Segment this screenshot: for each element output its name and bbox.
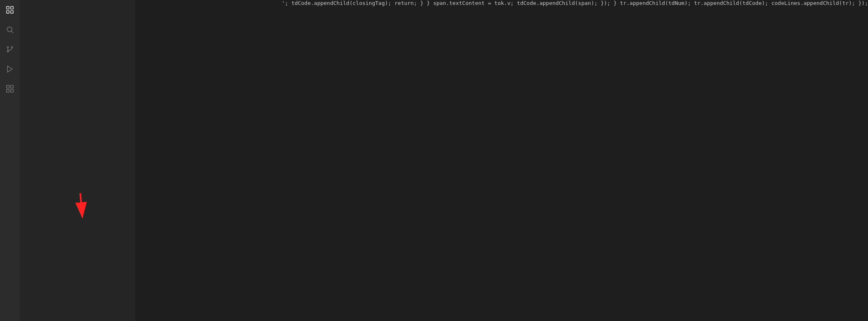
search-icon[interactable] — [3, 23, 16, 36]
svg-point-6 — [7, 46, 8, 48]
svg-rect-11 — [7, 85, 9, 88]
explorer-icon[interactable] — [3, 3, 16, 16]
activity-bar — [0, 0, 20, 321]
sidebar — [20, 0, 135, 321]
svg-point-8 — [11, 46, 12, 48]
svg-rect-1 — [11, 7, 13, 9]
git-branch-icon[interactable] — [3, 43, 16, 56]
svg-point-7 — [7, 51, 8, 52]
svg-line-5 — [12, 31, 14, 33]
svg-rect-3 — [11, 11, 13, 13]
svg-rect-2 — [7, 11, 9, 13]
extensions-icon[interactable] — [3, 82, 16, 95]
svg-point-4 — [7, 27, 12, 32]
annotation-arrows — [135, 0, 282, 321]
svg-marker-10 — [7, 66, 12, 72]
svg-rect-13 — [7, 90, 9, 92]
svg-rect-0 — [7, 7, 9, 9]
editor-area — [135, 0, 282, 321]
debug-icon[interactable] — [3, 62, 16, 76]
svg-rect-12 — [11, 85, 14, 88]
editor-content[interactable] — [135, 0, 282, 321]
svg-rect-14 — [11, 90, 14, 92]
